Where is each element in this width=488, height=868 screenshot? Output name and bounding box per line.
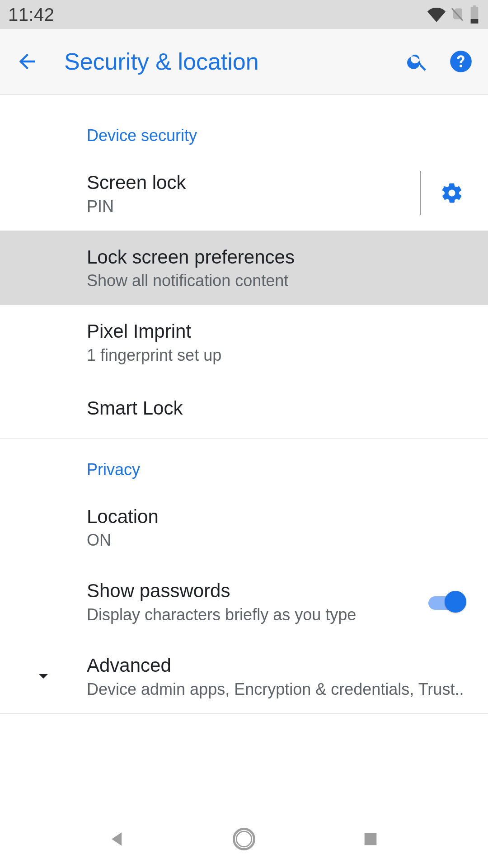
page-title: Security & location <box>64 48 389 75</box>
status-bar: 11:42 <box>0 0 488 29</box>
setting-subtitle: Display characters briefly as you type <box>87 605 428 624</box>
gear-icon <box>440 181 464 205</box>
app-bar: Security & location <box>0 29 488 94</box>
section-header-privacy: Privacy <box>0 439 488 490</box>
setting-title: Show passwords <box>87 579 428 604</box>
setting-subtitle: Device admin apps, Encryption & credenti… <box>87 680 466 699</box>
circle-home-icon <box>232 827 256 851</box>
search-button[interactable] <box>403 47 432 76</box>
screen-lock-settings-button[interactable] <box>437 181 466 205</box>
vertical-divider <box>420 171 421 215</box>
square-recent-icon <box>361 830 380 848</box>
arrow-back-icon <box>15 50 39 73</box>
setting-subtitle: PIN <box>87 197 413 216</box>
setting-title: Location <box>87 505 466 529</box>
setting-show-passwords[interactable]: Show passwords Display characters briefl… <box>0 564 488 639</box>
bottom-divider <box>0 713 488 714</box>
setting-pixel-imprint[interactable]: Pixel Imprint 1 fingerprint set up <box>0 305 488 379</box>
battery-icon <box>469 5 480 24</box>
settings-content: Device security Screen lock PIN Lock scr… <box>0 104 488 714</box>
setting-subtitle: Show all notification content <box>87 271 466 290</box>
nav-recent-button[interactable] <box>352 821 389 857</box>
nav-back-button[interactable] <box>99 821 136 857</box>
status-icons <box>427 5 480 24</box>
setting-title: Screen lock <box>87 170 413 195</box>
help-button[interactable] <box>446 47 475 76</box>
triangle-back-icon <box>108 829 127 849</box>
setting-lock-screen-preferences[interactable]: Lock screen preferences Show all notific… <box>0 231 488 305</box>
setting-title: Pixel Imprint <box>87 319 466 344</box>
setting-title: Smart Lock <box>87 396 466 421</box>
no-sim-icon <box>449 5 465 24</box>
search-icon <box>406 50 429 73</box>
setting-title: Lock screen preferences <box>87 245 466 270</box>
setting-location[interactable]: Location ON <box>0 490 488 565</box>
setting-screen-lock[interactable]: Screen lock PIN <box>0 156 488 231</box>
setting-smart-lock[interactable]: Smart Lock <box>0 379 488 438</box>
svg-rect-4 <box>365 833 377 845</box>
navigation-bar <box>0 810 488 868</box>
setting-title: Advanced <box>87 653 466 678</box>
svg-rect-0 <box>471 19 479 24</box>
back-button[interactable] <box>13 47 42 76</box>
section-header-device-security: Device security <box>0 104 488 156</box>
svg-point-3 <box>236 831 252 847</box>
wifi-icon <box>427 5 446 24</box>
show-passwords-switch[interactable] <box>428 591 466 613</box>
nav-home-button[interactable] <box>226 821 262 857</box>
setting-subtitle: ON <box>87 531 466 550</box>
setting-subtitle: 1 fingerprint set up <box>87 346 466 365</box>
switch-thumb <box>445 591 466 613</box>
status-time: 11:42 <box>8 5 55 25</box>
setting-advanced[interactable]: Advanced Device admin apps, Encryption &… <box>0 639 488 713</box>
chevron-down-icon <box>33 665 54 687</box>
content-gap <box>0 94 488 104</box>
help-icon <box>449 50 473 73</box>
